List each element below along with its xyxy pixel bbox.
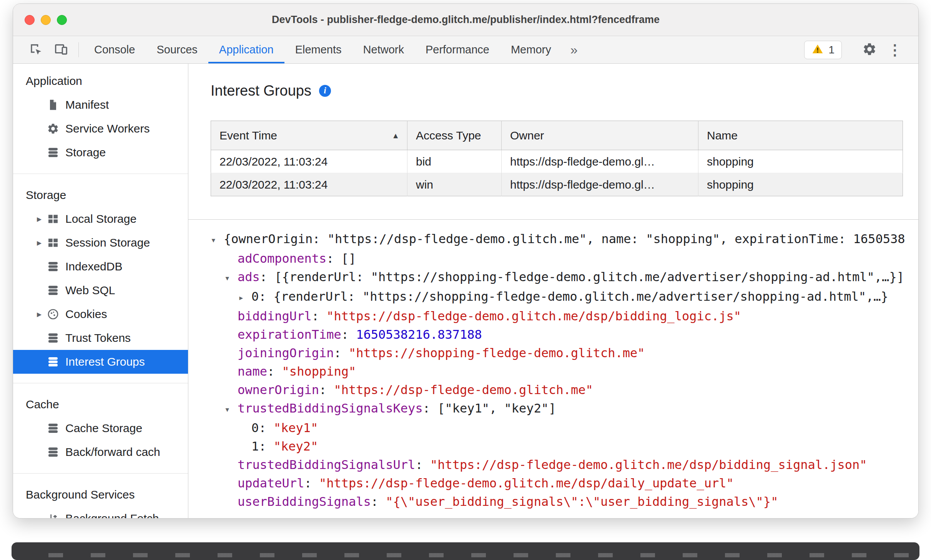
json-key: updateUrl	[238, 476, 304, 490]
application-sidebar: ApplicationManifestService WorkersStorag…	[13, 64, 188, 518]
tree-line[interactable]: name: "shopping"	[211, 362, 918, 381]
column-header-owner[interactable]: Owner	[502, 121, 698, 150]
json-key: biddingUrl	[238, 309, 312, 323]
tree-line[interactable]: ▾ads: [{renderUrl: "https://shopping-fle…	[211, 268, 918, 287]
more-tabs-button[interactable]: »	[562, 36, 586, 63]
sidebar-item-manifest[interactable]: Manifest	[13, 93, 188, 117]
collapse-arrow-icon[interactable]: ▾	[224, 400, 238, 419]
json-key: ownerOrigin	[238, 383, 319, 397]
cell-name[interactable]: shopping	[698, 150, 903, 173]
json-key: expirationTime	[238, 327, 341, 342]
sidebar-item-trust-tokens[interactable]: Trust Tokens	[13, 326, 188, 350]
sidebar-item-local-storage[interactable]: ▸Local Storage	[13, 207, 188, 231]
sort-ascending-icon: ▲	[392, 131, 399, 140]
settings-gear-button[interactable]	[859, 39, 880, 61]
table-row[interactable]: 22/03/2022, 11:03:24bidhttps://dsp-fledg…	[211, 150, 903, 173]
sidebar-item-label: Back/forward cach	[65, 446, 160, 459]
tab-network[interactable]: Network	[352, 36, 415, 63]
tree-line[interactable]: ▾{ownerOrigin: "https://dsp-fledge-demo.…	[211, 230, 918, 249]
inspect-cursor-icon	[28, 42, 43, 58]
expand-arrow-icon[interactable]: ▸	[32, 214, 46, 224]
tree-line[interactable]: expirationTime: 1650538216.837188	[211, 325, 918, 344]
tab-sources[interactable]: Sources	[146, 36, 208, 63]
column-header-label: Access Type	[416, 129, 481, 142]
json-string: "key2"	[274, 439, 318, 454]
tree-line[interactable]: biddingUrl: "https://dsp-fledge-demo.gli…	[211, 307, 918, 325]
tree-line[interactable]: 1: "key2"	[211, 437, 918, 456]
json-plain: 1:	[251, 439, 274, 454]
sidebar-section-header-application[interactable]: Application	[13, 69, 188, 93]
more-options-kebab-button[interactable]: ⋮	[884, 39, 906, 61]
table-row[interactable]: 22/03/2022, 11:03:24winhttps://dsp-fledg…	[211, 173, 903, 196]
cell-name[interactable]: shopping	[698, 173, 903, 196]
sidebar-section-header-cache[interactable]: Cache	[13, 393, 188, 416]
tab-memory[interactable]: Memory	[500, 36, 562, 63]
expand-arrow-icon[interactable]: ▸	[238, 288, 251, 307]
column-header-label: Owner	[510, 129, 544, 142]
column-header-access-type[interactable]: Access Type	[407, 121, 502, 150]
sidebar-item-indexeddb[interactable]: IndexedDB	[13, 255, 188, 278]
tree-line[interactable]: joiningOrigin: "https://shopping-fledge-…	[211, 344, 918, 362]
traffic-lights	[25, 15, 67, 25]
cell-event-time[interactable]: 22/03/2022, 11:03:24	[211, 150, 407, 173]
tab-elements[interactable]: Elements	[284, 36, 352, 63]
tab-application[interactable]: Application	[208, 36, 284, 63]
sidebar-item-background-fetch[interactable]: Background Fetch	[13, 507, 188, 518]
sidebar-item-storage[interactable]: Storage	[13, 141, 188, 164]
inspect-element-button[interactable]	[25, 39, 47, 61]
json-plain: :	[304, 476, 319, 490]
collapse-arrow-icon[interactable]: ▾	[224, 269, 238, 287]
sidebar-item-service-workers[interactable]: Service Workers	[13, 117, 188, 141]
json-plain: 0: {renderUrl: "https://shopping-fledge-…	[251, 289, 888, 304]
close-button[interactable]	[25, 15, 35, 25]
tree-line[interactable]: 0: "key1"	[211, 419, 918, 437]
sidebar-section-header-background-services[interactable]: Background Services	[13, 483, 188, 507]
column-header-name[interactable]: Name	[698, 121, 903, 150]
titlebar[interactable]: DevTools - publisher-fledge-demo.glitch.…	[13, 4, 918, 36]
json-string: "key1"	[274, 421, 318, 435]
zoom-button[interactable]	[57, 15, 67, 25]
tree-line[interactable]: adComponents: []	[211, 249, 918, 268]
devtools-content: ApplicationManifestService WorkersStorag…	[13, 64, 918, 518]
sidebar-item-interest-groups[interactable]: Interest Groups	[13, 350, 188, 374]
info-icon[interactable]: i	[319, 85, 331, 97]
cell-access-type[interactable]: bid	[407, 150, 502, 173]
toolbar-divider	[78, 42, 79, 57]
panel-title-row: Interest Groups i	[211, 81, 918, 101]
sidebar-item-web-sql[interactable]: Web SQL	[13, 278, 188, 302]
tab-performance[interactable]: Performance	[415, 36, 500, 63]
tree-line[interactable]: trustedBiddingSignalsUrl: "https://dsp-f…	[211, 456, 918, 474]
sidebar-section-header-storage[interactable]: Storage	[13, 183, 188, 207]
sidebar-item-cache-storage[interactable]: Cache Storage	[13, 416, 188, 440]
column-header-label: Event Time	[219, 129, 277, 142]
expand-arrow-icon[interactable]: ▸	[32, 237, 46, 248]
tree-line[interactable]: updateUrl: "https://dsp-fledge-demo.glit…	[211, 474, 918, 492]
expand-arrow-icon[interactable]: ▸	[32, 309, 46, 320]
tree-line[interactable]: ownerOrigin: "https://dsp-fledge-demo.gl…	[211, 381, 918, 399]
window-title: DevTools - publisher-fledge-demo.glitch.…	[272, 14, 660, 26]
tab-console[interactable]: Console	[83, 36, 146, 63]
json-plain: :	[341, 327, 356, 342]
json-string: "https://dsp-fledge-demo.glitch.me"	[334, 383, 593, 397]
tree-line[interactable]: userBiddingSignals: "{\"user_bidding_sig…	[211, 492, 918, 511]
sidebar-item-session-storage[interactable]: ▸Session Storage	[13, 231, 188, 255]
cell-owner[interactable]: https://dsp-fledge-demo.gl…	[502, 150, 698, 173]
cell-event-time[interactable]: 22/03/2022, 11:03:24	[211, 173, 407, 196]
issues-warning-badge[interactable]: 1	[804, 41, 842, 59]
device-toolbar-button[interactable]	[50, 39, 72, 61]
cookie-icon	[46, 307, 60, 321]
database-stack-icon	[46, 421, 60, 435]
tree-line[interactable]: ▸0: {renderUrl: "https://shopping-fledge…	[211, 287, 918, 307]
sidebar-item-label: Trust Tokens	[65, 331, 131, 345]
cell-owner[interactable]: https://dsp-fledge-demo.gl…	[502, 173, 698, 196]
column-header-event-time[interactable]: Event Time▲	[211, 121, 407, 150]
sidebar-item-back-forward-cach[interactable]: Back/forward cach	[13, 440, 188, 464]
collapse-arrow-icon[interactable]: ▾	[211, 231, 224, 249]
cell-access-type[interactable]: win	[407, 173, 502, 196]
table-grid-icon	[46, 212, 60, 226]
tree-line[interactable]: ▾trustedBiddingSignalsKeys: ["key1", "ke…	[211, 399, 918, 419]
database-stack-icon	[46, 331, 60, 345]
json-key: joiningOrigin	[238, 346, 334, 360]
minimize-button[interactable]	[41, 15, 51, 25]
sidebar-item-cookies[interactable]: ▸Cookies	[13, 302, 188, 326]
